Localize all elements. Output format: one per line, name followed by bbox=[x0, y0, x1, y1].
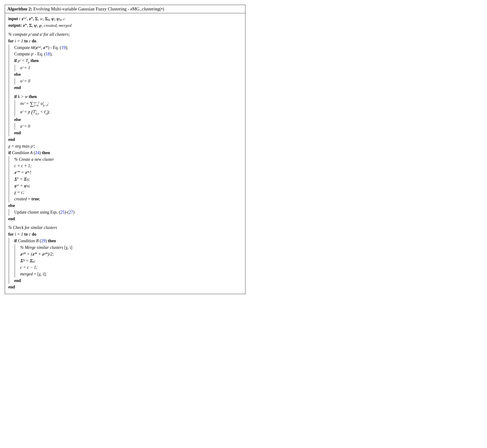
if-kw-then-body: nvⁱ = ∑w−1l=0 oik−l; aⁱ = p (Tik,v < tiv… bbox=[15, 100, 242, 117]
ifA-head: if Condition A (24) then bbox=[8, 150, 242, 156]
input-line: input : 𝐳⁽ⁿ⁾, 𝐳*, 𝚺̂, 𝑤, 𝚺̂₀, 𝝍, 𝝍₀, 𝑐 bbox=[8, 16, 242, 22]
if-rho-else-body: oⁱ = 0 bbox=[15, 78, 242, 85]
compute-rho: Compute ρⁱ - Eq. (18); bbox=[14, 51, 242, 57]
if-kw-else-body: aⁱ = 0 bbox=[15, 123, 242, 130]
update-cluster-line: Update cluster using Eqs. (25)-(27) bbox=[14, 209, 242, 216]
ifA-else-body: Update cluster using Eqs. (25)-(27) bbox=[9, 209, 242, 216]
input-label: input : bbox=[8, 16, 21, 21]
ifA-body: % Create a new cluster c = c + 1; 𝐳ᶜ* = … bbox=[9, 156, 242, 202]
algorithm-title-bar: Algorithm 2: Evolving Multi-variable Gau… bbox=[5, 5, 245, 13]
ref-eq27[interactable]: 27 bbox=[69, 210, 73, 215]
input-values: 𝐳⁽ⁿ⁾, 𝐳*, 𝚺̂, 𝑤, 𝚺̂₀, 𝝍, 𝝍₀, 𝑐 bbox=[22, 16, 65, 21]
algorithm-number: Algorithm 2: bbox=[7, 6, 32, 11]
algorithm-name: Evolving Multi-variable Gaussian Fuzzy C… bbox=[33, 6, 164, 11]
if-rho-then-body: oⁱ = 1 bbox=[15, 65, 242, 71]
if-kw-head: if k > w then bbox=[14, 94, 242, 100]
algorithm-box: Algorithm 2: Evolving Multi-variable Gau… bbox=[5, 5, 245, 294]
ifB-head: if Condition B (29) then bbox=[14, 238, 242, 244]
output-line: output: 𝐳*, 𝚺̂, 𝝍, 𝝆, 𝑐𝑟𝑒𝑎𝑡𝑒𝑑, 𝑚𝑒𝑟𝑔𝑒𝑑 bbox=[8, 22, 242, 29]
for1-head: for i = 1 to c do bbox=[8, 38, 242, 45]
created-line: created = true; bbox=[14, 196, 242, 202]
ref-eq29[interactable]: 29 bbox=[41, 239, 46, 243]
comment-merge: % Merge similar clusters [χ, i] bbox=[20, 244, 242, 251]
output-label: output: bbox=[8, 23, 22, 28]
output-values: 𝐳*, 𝚺̂, 𝝍, 𝝆, 𝑐𝑟𝑒𝑎𝑡𝑒𝑑, 𝑚𝑒𝑟𝑔𝑒𝑑 bbox=[23, 23, 72, 28]
for1-body: Compute 𝑀(𝐳⁽ⁿ⁾, 𝐳ⁱ*) - Eq. (19); Compute… bbox=[9, 45, 242, 136]
merged-line: merged = [χ, i]; bbox=[20, 271, 242, 278]
ref-eq19[interactable]: 19 bbox=[61, 45, 65, 50]
chi-line: χ = arg maxᵢ ρⁱ; bbox=[8, 143, 242, 150]
ifB-body: % Merge similar clusters [χ, i] 𝐳ᵡ* = (𝐳… bbox=[15, 244, 242, 277]
compute-M: Compute 𝑀(𝐳⁽ⁿ⁾, 𝐳ⁱ*) - Eq. (19); bbox=[14, 45, 242, 51]
ref-eq18[interactable]: 18 bbox=[46, 52, 50, 56]
comment-create: % Create a new cluster bbox=[14, 156, 242, 163]
for2-head: for i = 1 to c do bbox=[8, 231, 242, 238]
if-rho-head: if ρⁱ < Tρ then bbox=[14, 57, 242, 65]
for2-body: if Condition B (29) then % Merge similar… bbox=[9, 238, 242, 284]
a-line: aⁱ = p (Tik,v < tiv); bbox=[20, 108, 242, 117]
algorithm-body: input : 𝐳⁽ⁿ⁾, 𝐳*, 𝚺̂, 𝑤, 𝚺̂₀, 𝝍, 𝝍₀, 𝑐 o… bbox=[5, 13, 245, 294]
comment-compute: % compute ρⁱ and aⁱ for all clusters; bbox=[8, 31, 242, 38]
comment-similar: % Check for similar clusters bbox=[8, 224, 242, 231]
ref-eq24[interactable]: 24 bbox=[35, 150, 39, 155]
ref-eq25[interactable]: 25 bbox=[60, 210, 65, 215]
nv-line: nvⁱ = ∑w−1l=0 oik−l; bbox=[20, 100, 242, 108]
